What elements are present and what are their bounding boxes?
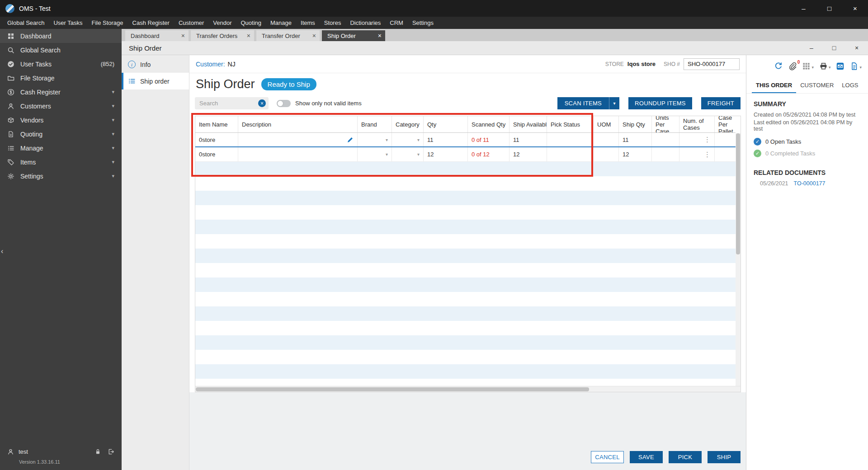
window-minimize-button[interactable]: –: [791, 0, 816, 17]
completed-tasks-row[interactable]: ✓ 0 Completed Tasks: [754, 150, 861, 157]
cancel-button[interactable]: CANCEL: [591, 451, 624, 463]
column-header-units-per-case[interactable]: Units Per Case: [652, 116, 679, 132]
tab-customer[interactable]: CUSTOMER: [796, 77, 838, 93]
scan-items-dropdown-caret[interactable]: ▾: [609, 97, 619, 109]
cell-brand-select[interactable]: ▾: [358, 147, 392, 161]
table-layout-button[interactable]: ▾: [802, 62, 814, 70]
inner-close-button[interactable]: ×: [845, 41, 868, 55]
close-icon[interactable]: ×: [378, 32, 382, 39]
edit-description-icon[interactable]: [347, 136, 354, 143]
window-close-button[interactable]: ×: [842, 0, 868, 17]
tab-transfer-order[interactable]: Transfer Order ×: [256, 30, 320, 41]
sidebar-item-quoting[interactable]: Quoting ▾: [0, 127, 122, 141]
sidebar-item-vendors[interactable]: Vendors ▾: [0, 113, 122, 127]
logout-icon[interactable]: [108, 448, 114, 455]
sidebar-item-cash-register[interactable]: Cash Register ▾: [0, 85, 122, 99]
tab-logs[interactable]: LOGS: [838, 77, 862, 93]
row-actions-icon[interactable]: ⋮: [704, 136, 711, 144]
email-button[interactable]: [836, 62, 844, 70]
lock-icon[interactable]: [94, 448, 101, 455]
column-header-ship-available[interactable]: Ship Available: [509, 116, 547, 132]
menu-item-manage[interactable]: Manage: [266, 19, 296, 26]
refresh-icon[interactable]: [774, 62, 783, 70]
menu-item-file-storage[interactable]: File Storage: [87, 19, 127, 26]
row-actions-icon[interactable]: ⋮: [704, 150, 711, 159]
table-row[interactable]: 0store ▾ ▾ 12 0 of 12 12 12: [195, 147, 736, 162]
close-icon[interactable]: ×: [181, 32, 185, 39]
sho-number-input[interactable]: [684, 58, 740, 70]
sidebar-item-file-storage[interactable]: File Storage: [0, 71, 122, 85]
cash-register-icon: [7, 89, 14, 96]
column-header-description[interactable]: Description: [238, 116, 358, 132]
tab-this-order[interactable]: THIS ORDER: [752, 77, 796, 93]
dropdown-caret-icon[interactable]: ▾: [417, 152, 420, 157]
sidebar-item-customers[interactable]: Customers ▾: [0, 99, 122, 113]
search-input[interactable]: [199, 100, 255, 107]
inner-restore-button[interactable]: □: [823, 41, 845, 55]
inner-minimize-button[interactable]: –: [800, 41, 823, 55]
sidebar-item-settings[interactable]: Settings ▾: [0, 169, 122, 183]
table-row[interactable]: 0store ▾ ▾ 11 0 of 11 11: [195, 133, 736, 147]
sidebar-collapse-handle[interactable]: ‹: [1, 248, 3, 255]
scrollbar-thumb[interactable]: [196, 387, 589, 391]
table-vertical-scrollbar[interactable]: [736, 133, 741, 386]
menu-item-crm[interactable]: CRM: [385, 19, 408, 26]
sidebar-item-dashboard[interactable]: Dashboard: [0, 29, 122, 43]
menu-item-items[interactable]: Items: [296, 19, 320, 26]
show-not-valid-toggle[interactable]: [277, 100, 291, 107]
close-icon[interactable]: ×: [312, 32, 316, 39]
tab-ship-order[interactable]: Ship Order ×: [322, 30, 385, 41]
column-header-brand[interactable]: Brand: [358, 116, 392, 132]
nav-item-ship-order[interactable]: Ship order: [122, 73, 189, 89]
tab-transfer-orders[interactable]: Transfer Orders ×: [191, 30, 254, 41]
menu-item-vendor[interactable]: Vendor: [208, 19, 236, 26]
cell-brand-select[interactable]: ▾: [358, 133, 392, 146]
ship-button[interactable]: SHIP: [708, 451, 741, 463]
related-document-link[interactable]: TO-0000177: [794, 180, 826, 187]
sidebar-item-global-search[interactable]: Global Search: [0, 43, 122, 57]
scan-items-button[interactable]: SCAN ITEMS: [557, 97, 609, 109]
close-icon[interactable]: ×: [247, 32, 250, 39]
column-header-qty[interactable]: Qty: [424, 116, 468, 132]
open-tasks-row[interactable]: ✓ 0 Open Tasks: [754, 138, 861, 146]
column-header-pick-status[interactable]: Pick Status: [547, 116, 594, 132]
sidebar-item-user-tasks[interactable]: User Tasks (852): [0, 57, 122, 71]
column-header-case-per-pallet[interactable]: Case Per Pallet: [715, 116, 736, 132]
tab-dashboard[interactable]: Dashboard ×: [125, 30, 189, 41]
roundup-items-button[interactable]: ROUNDUP ITEMS: [628, 97, 692, 109]
cell-category-select[interactable]: ▾: [392, 133, 424, 146]
cell-description[interactable]: [238, 133, 358, 146]
column-header-ship-qty[interactable]: Ship Qty: [619, 116, 652, 132]
nav-item-info[interactable]: i Info: [122, 56, 189, 73]
table-horizontal-scrollbar[interactable]: [195, 386, 741, 392]
menu-item-cash-register[interactable]: Cash Register: [128, 19, 174, 26]
save-button[interactable]: SAVE: [630, 451, 663, 463]
print-button[interactable]: ▾: [819, 62, 831, 70]
dropdown-caret-icon[interactable]: ▾: [386, 137, 388, 142]
menu-item-dictionaries[interactable]: Dictionaries: [345, 19, 385, 26]
pick-button[interactable]: PICK: [669, 451, 702, 463]
freight-button[interactable]: FREIGHT: [701, 97, 741, 109]
window-restore-button[interactable]: □: [816, 0, 842, 17]
column-header-uom[interactable]: UOM: [594, 116, 619, 132]
menu-item-settings[interactable]: Settings: [408, 19, 438, 26]
clear-search-icon[interactable]: ×: [258, 99, 266, 107]
menu-item-global-search[interactable]: Global Search: [3, 19, 49, 26]
dropdown-caret-icon[interactable]: ▾: [417, 137, 420, 142]
menu-item-user-tasks[interactable]: User Tasks: [49, 19, 87, 26]
menu-item-stores[interactable]: Stores: [320, 19, 346, 26]
column-header-scanned-qty[interactable]: Scanned Qty: [468, 116, 509, 132]
documents-button[interactable]: ▾: [850, 62, 862, 70]
cell-description[interactable]: [238, 147, 358, 161]
column-header-num-of-cases[interactable]: Num. of Cases: [679, 116, 715, 132]
sidebar-item-manage[interactable]: Manage ▾: [0, 141, 122, 155]
scrollbar-thumb[interactable]: [736, 133, 740, 254]
attachments-button[interactable]: 0: [788, 62, 797, 70]
cell-category-select[interactable]: ▾: [392, 147, 424, 161]
menu-item-quoting[interactable]: Quoting: [236, 19, 266, 26]
column-header-item-name[interactable]: Item Name: [195, 116, 238, 132]
menu-item-customer[interactable]: Customer: [174, 19, 208, 26]
column-header-category[interactable]: Category: [392, 116, 424, 132]
dropdown-caret-icon[interactable]: ▾: [386, 152, 388, 157]
sidebar-item-items[interactable]: Items ▾: [0, 155, 122, 169]
